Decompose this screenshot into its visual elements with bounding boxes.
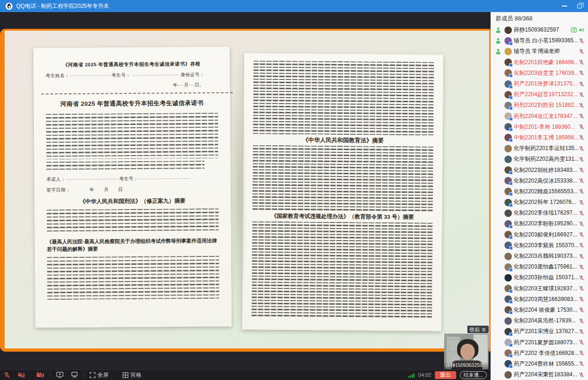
member-row[interactable]: 化学制药2202高尚雯131... <box>491 154 588 164</box>
share-screen-button[interactable] <box>52 370 67 380</box>
document-page-right: 《中华人民共和国教育法》摘要 《国家教育考试违规处理办法》（教育部令第 33 号… <box>242 53 444 331</box>
member-row[interactable]: 化学制药2201李运转135... <box>491 143 588 154</box>
mic-muted-icon <box>579 178 584 183</box>
avatar <box>504 328 512 335</box>
mic-muted-button[interactable] <box>0 370 14 380</box>
member-name: 中制2201李玉博 185956... <box>514 134 579 142</box>
mic-muted-icon <box>579 307 584 313</box>
member-row[interactable]: 化制2204 骆俊豪 17530... <box>491 305 588 315</box>
member-panel-header: 群成员 88/368 <box>491 12 588 25</box>
speaker-on-icon <box>579 27 584 33</box>
avatar <box>504 285 512 292</box>
pledge-body-text <box>46 113 219 160</box>
member-name: 药产2201宋博业 137827... <box>514 328 579 335</box>
member-row[interactable]: 药产2204赵言19713232... <box>491 89 588 100</box>
restore-button[interactable] <box>577 4 582 8</box>
mic-muted-icon <box>579 329 584 334</box>
member-row[interactable]: 化制2204莫浩然-17839... <box>491 315 588 326</box>
minimize-button[interactable] <box>562 6 567 7</box>
call-timer: 04:02 <box>418 372 431 378</box>
qq-logo-icon <box>6 3 13 10</box>
member-row[interactable]: 药产2201宋博业 137827... <box>491 326 588 337</box>
whiteboard-button[interactable] <box>67 370 82 380</box>
fullscreen-button[interactable]: 全屏 <box>86 370 112 380</box>
member-row[interactable]: 药产2204宋秉哲183384... <box>491 369 588 380</box>
mic-muted-icon <box>579 59 584 65</box>
mic-muted-icon <box>579 81 584 87</box>
collapse-button[interactable]: 收起 <box>467 326 489 333</box>
mic-muted-icon <box>579 221 584 227</box>
stub-title: 《河南省 2025 年普通高校专升本招生考生诚信承诺书》存根 <box>45 61 218 69</box>
member-row[interactable]: 辅导员 常博涵老师 <box>491 46 588 57</box>
screen-share-icon <box>571 27 577 33</box>
exit-button[interactable]: 退出 <box>435 371 456 379</box>
member-row[interactable]: 薛静15093632597 <box>491 25 588 35</box>
member-name: 化制2202顾磊15565553... <box>514 188 579 196</box>
collapse-label: 收起 <box>470 326 480 333</box>
member-row[interactable]: 药产2202 李佳倩166928... <box>491 348 588 359</box>
interpretation-title: 《最高人民法院·最高人民检察院关于办理组织考试作弊等刑事案件适用法律若干问题的解… <box>47 237 219 253</box>
avatar <box>504 134 512 141</box>
speaker-muted-button[interactable] <box>14 370 29 380</box>
member-row[interactable]: 药产2204曹祥林 155655... <box>491 359 588 369</box>
member-name: 化制2022胡桂婷183483... <box>514 166 579 174</box>
member-row[interactable]: 化制2202顾磊15565553... <box>491 186 588 197</box>
member-row[interactable]: 化制2202李佳瑶176297... <box>491 208 588 218</box>
avatar <box>504 102 512 109</box>
avatar <box>504 69 512 77</box>
member-row[interactable]: 药剂2202刘胜启 151882... <box>491 100 588 111</box>
self-video-thumbnail[interactable]: 薛静15093632597 <box>444 334 489 369</box>
mic-muted-icon <box>579 286 584 291</box>
video-person-face <box>460 344 475 360</box>
member-row[interactable]: 化制2203庞怡鑫175961... <box>491 262 588 272</box>
member-row[interactable]: 化制2203郝俊利166927... <box>491 229 588 240</box>
member-row[interactable]: 中制2201-李帅 188360... <box>491 122 588 132</box>
pledge-sign-date: 签字日期： 年 月 日 <box>46 186 219 194</box>
right-page-body <box>253 60 434 135</box>
member-name: 药产2201夏梦圆188073... <box>514 339 579 347</box>
mic-muted-icon <box>579 135 584 140</box>
member-row[interactable]: 化制2203周慧16639083... <box>491 294 588 305</box>
avatar <box>504 91 512 98</box>
member-row[interactable]: 化制2203徐雯雯 176039... <box>491 68 588 79</box>
member-name: 药产2201张梦泽131375... <box>514 80 579 88</box>
mic-muted-icon <box>579 210 584 216</box>
camera-off-button[interactable] <box>32 370 48 380</box>
avatar <box>504 263 512 271</box>
screen-share-frame: 《河南省 2025 年普通高校专升本招生考生诚信承诺书》存根 考生姓名：····… <box>0 29 491 352</box>
member-row[interactable]: 药剂2204连江龙176347... <box>491 111 588 122</box>
member-panel: 群成员 88/368 薛静15093632597 辅导员 白小茗15993365… <box>491 12 588 380</box>
member-row[interactable]: 药产2201夏梦圆188073... <box>491 337 588 347</box>
avatar <box>504 112 512 120</box>
avatar <box>504 26 512 34</box>
member-row[interactable]: 化制2202高仪冰153338... <box>491 176 588 186</box>
call-toolbar: 全屏 宫格 04:02 退出 结束通... <box>0 369 491 380</box>
stub-fields: 考生姓名：························ 考生号： ·····… <box>45 72 218 79</box>
member-row[interactable]: 中制2201李玉博 185956... <box>491 132 588 143</box>
grid-view-button[interactable]: 宫格 <box>119 370 145 380</box>
mic-muted-icon <box>579 350 584 356</box>
member-row[interactable]: 化制2202韩年 1726076... <box>491 197 588 208</box>
member-row[interactable]: 化制2203孙怡益 150371... <box>491 272 588 283</box>
mic-muted-icon <box>579 242 584 248</box>
member-name: 药产2204宋秉哲183384... <box>514 371 579 379</box>
member-row[interactable]: 化制2203李紫辰 155370... <box>491 240 588 251</box>
member-row[interactable]: 化制2201田艳豪 166496... <box>491 57 588 68</box>
member-row[interactable]: 药产2201张梦泽131375... <box>491 79 588 89</box>
pledge-signer-line: 承诺人：······························· 考生号：… <box>46 175 219 183</box>
cut-line <box>41 92 233 94</box>
member-row[interactable]: 化制2202李盼盼195290... <box>491 218 588 229</box>
member-row[interactable]: 辅导员 白小茗15993365... <box>491 35 588 46</box>
window-titlebar: QQ电话 - 制药工程学院2025年专升本 <box>0 0 588 12</box>
member-row[interactable]: 化制2203王耀璞192837... <box>491 283 588 294</box>
mic-muted-icon <box>579 254 584 259</box>
member-person-icon <box>495 38 501 44</box>
mic-muted-icon <box>579 232 584 237</box>
member-row[interactable]: 化制2022胡桂婷183483... <box>491 164 588 175</box>
member-row[interactable]: 化制2203吕魏韩190373... <box>491 251 588 262</box>
avatar <box>504 295 512 303</box>
pledge-title: 河南省 2025 年普通高校专升本招生考生诚信承诺书 <box>46 99 218 109</box>
end-call-button[interactable]: 结束通... <box>460 371 487 379</box>
avatar <box>504 317 512 325</box>
member-name: 化制2202李盼盼195290... <box>514 220 579 228</box>
